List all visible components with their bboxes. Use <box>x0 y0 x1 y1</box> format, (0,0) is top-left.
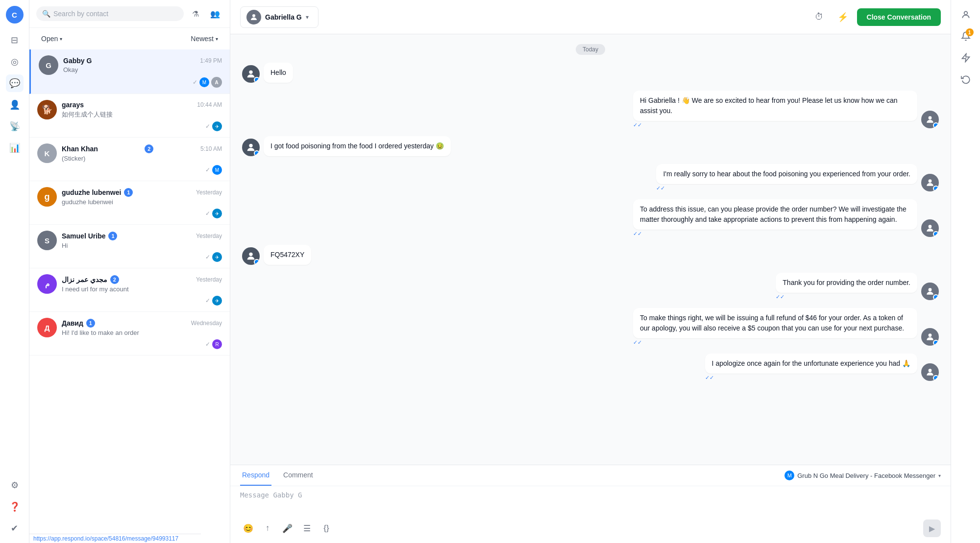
template-icon[interactable]: ☰ <box>299 520 315 536</box>
nav-help-icon[interactable]: ❓ <box>6 498 24 516</box>
conv-meta-gabby: Gabby G 1:49 PM Okay <box>63 57 222 73</box>
variable-icon[interactable]: {} <box>318 520 334 536</box>
platform-telegram-garays: ✈ <box>212 121 222 131</box>
nav-status-icon[interactable]: ✔ <box>6 519 24 537</box>
chat-input-area: Respond Comment M Grub N Go Meal Deliver… <box>230 465 951 543</box>
emoji-icon[interactable]: 😊 <box>240 520 256 536</box>
search-input[interactable] <box>53 10 178 18</box>
svg-point-3 <box>249 144 252 147</box>
conv-badge-samuel: 1 <box>108 232 117 240</box>
clock-icon-btn[interactable]: ⏱ <box>810 8 829 26</box>
svg-point-9 <box>929 369 932 372</box>
input-box[interactable] <box>230 486 951 517</box>
send-button[interactable]: ▶ <box>923 519 941 537</box>
conv-item-garays[interactable]: 🐕 garays 10:44 AM 如何生成个人链接 ✓ ✈ <box>29 94 230 138</box>
history-icon[interactable] <box>957 71 975 88</box>
status-filter[interactable]: Open ▾ <box>37 33 66 45</box>
conv-meta-garays: garays 10:44 AM 如何生成个人链接 <box>62 101 222 119</box>
nav-broadcasts-icon[interactable]: 📡 <box>6 118 24 135</box>
conv-time-majdi: Yesterday <box>196 276 222 283</box>
conv-item-samuel[interactable]: S Samuel Uribe 1 Yesterday Hi ✓ ✈ <box>29 225 230 268</box>
conv-filters: Open ▾ Newest ▾ <box>29 28 230 49</box>
platform-telegram-samuel: ✈ <box>212 252 222 262</box>
audio-icon[interactable]: 🎤 <box>279 520 295 536</box>
user-avatar[interactable]: C <box>6 6 24 24</box>
msg-check-m8: ✓✓ <box>633 339 917 346</box>
conv-avatar-majdi: م <box>37 274 57 294</box>
conv-check-guduzhe: ✓ <box>205 210 210 217</box>
contact-info-icon[interactable] <box>957 6 975 24</box>
conv-item-khan[interactable]: K Khan Khan 2 5:10 AM (Sticker) ✓ M <box>29 138 230 181</box>
nav-chat-icon[interactable]: 💬 <box>6 74 24 92</box>
msg-bubble-m7: Thank you for providing the order number… <box>776 273 917 293</box>
search-bar: 🔍 ⚗ 👥 <box>29 0 230 28</box>
conv-badge-david: 1 <box>86 319 95 328</box>
nav-settings-icon[interactable]: ⚙ <box>6 476 24 494</box>
svg-point-6 <box>249 253 252 256</box>
close-conversation-button[interactable]: Close Conversation <box>857 8 941 26</box>
platform-telegram-guduzhe: ✈ <box>212 209 222 218</box>
lightning-right-icon[interactable] <box>957 49 975 67</box>
conv-preview-guduzhe: guduzhe lubenwei <box>62 198 222 206</box>
msg-bubble-m3: I got food poisoning from the food I ord… <box>264 136 451 156</box>
notification-badge: 1 <box>966 28 974 36</box>
conv-name-david: Давид <box>62 319 83 327</box>
conv-badge-majdi: 2 <box>110 275 119 284</box>
conv-item-guduzhe[interactable]: g guduzhe lubenwei 1 Yesterday guduzhe l… <box>29 181 230 225</box>
input-tabs: Respond Comment M Grub N Go Meal Deliver… <box>230 465 951 486</box>
msg-avatar-gabby-m3 <box>242 139 260 156</box>
svg-point-7 <box>929 288 932 291</box>
msg-bubble-m2: Hi Gabriella ! 👋 We are so excited to he… <box>633 91 917 121</box>
msg-row-m2: Hi Gabriella ! 👋 We are so excited to he… <box>242 91 939 128</box>
status-filter-label: Open <box>41 35 58 43</box>
input-channel[interactable]: M Grub N Go Meal Delivery - Facebook Mes… <box>784 465 941 486</box>
conv-item-gabby[interactable]: G Gabby G 1:49 PM Okay ✓ M A <box>29 49 230 94</box>
conv-preview-david: Hi! I'd like to make an order <box>62 329 222 336</box>
nav-contacts-icon[interactable]: 👤 <box>6 96 24 114</box>
conv-item-majdi[interactable]: م مجدي عمر نزال 2 Yesterday I need url f… <box>29 268 230 312</box>
sort-filter[interactable]: Newest ▾ <box>187 33 222 45</box>
svg-point-1 <box>249 71 252 74</box>
conv-badge-guduzhe: 1 <box>124 188 133 197</box>
msg-bubble-m9: I apologize once again for the unfortuna… <box>705 354 917 374</box>
msg-bubble-m6: FQ5472XY <box>264 245 311 265</box>
msg-row-m3: I got food poisoning from the food I ord… <box>242 136 939 156</box>
attachment-icon[interactable]: ↑ <box>260 520 275 536</box>
conv-item-david[interactable]: Д Давид 1 Wednesday Hi! I'd like to make… <box>29 312 230 355</box>
nav-home-icon[interactable]: ◎ <box>6 53 24 71</box>
nav-sidebar-icon[interactable]: ⊟ <box>6 31 24 49</box>
msg-row-m9: I apologize once again for the unfortuna… <box>242 354 939 381</box>
agent-avatar-m2 <box>921 111 939 128</box>
msg-bubble-m5: To address this issue, can you please pr… <box>633 199 917 230</box>
conv-meta-samuel: Samuel Uribe 1 Yesterday Hi <box>62 232 222 249</box>
conv-avatar-guduzhe: g <box>37 187 57 207</box>
msg-row-m7: Thank you for providing the order number… <box>242 273 939 300</box>
agent-avatar-m4 <box>921 174 939 191</box>
message-input[interactable] <box>240 490 941 511</box>
add-contact-icon-btn[interactable]: 👥 <box>207 6 223 22</box>
nav-rail: C ⊟ ◎ 💬 👤 📡 📊 ⚙ ❓ ✔ <box>0 0 29 543</box>
chat-main: Gabriella G ▾ ⏱ ⚡ Close Conversation Tod… <box>230 0 951 543</box>
conversation-panel: 🔍 ⚗ 👥 Open ▾ Newest ▾ G Gabby G 1:49 PM <box>29 0 230 543</box>
agent-avatar-m5 <box>921 219 939 237</box>
msg-check-m5: ✓✓ <box>633 231 917 237</box>
tab-comment[interactable]: Comment <box>281 465 315 486</box>
contact-selector[interactable]: Gabriella G ▾ <box>240 6 318 28</box>
conv-time-garays: 10:44 AM <box>197 101 222 108</box>
nav-reports-icon[interactable]: 📊 <box>6 139 24 157</box>
conversation-list: G Gabby G 1:49 PM Okay ✓ M A 🐕 <box>29 49 230 543</box>
search-input-wrap[interactable]: 🔍 <box>36 6 184 21</box>
platform-telegram-majdi: ✈ <box>212 296 222 306</box>
notifications-icon[interactable]: 1 <box>957 27 975 45</box>
conv-preview-khan: (Sticker) <box>62 155 222 162</box>
header-actions: ⏱ ⚡ Close Conversation <box>810 8 941 26</box>
conv-time-gabby: 1:49 PM <box>200 57 222 64</box>
msg-row-m4: I'm really sorry to hear about the food … <box>242 164 939 191</box>
filter-icon-btn[interactable]: ⚗ <box>188 6 203 22</box>
tab-respond[interactable]: Respond <box>240 465 271 486</box>
lightning-icon-btn[interactable]: ⚡ <box>833 8 852 26</box>
conv-avatar-david: Д <box>37 318 57 337</box>
sort-chevron-icon: ▾ <box>216 36 218 42</box>
search-icon: 🔍 <box>42 10 50 18</box>
platform-purple-david: R <box>212 339 222 349</box>
